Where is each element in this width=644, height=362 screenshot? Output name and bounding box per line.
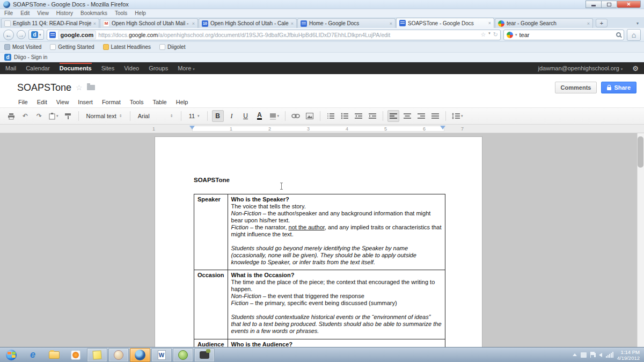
list-all-tabs-icon[interactable]: ▾ <box>632 19 643 28</box>
docs-menu-edit[interactable]: Edit <box>37 99 47 105</box>
bookmark-latest-headlines[interactable]: Latest Headlines <box>103 44 151 50</box>
italic-button[interactable]: I <box>226 110 238 122</box>
document-canvas[interactable]: SOAPSTone Speaker Who is the Speaker? Th… <box>0 133 644 347</box>
docs-menu-help[interactable]: Help <box>176 99 188 105</box>
bookmark-getting-started[interactable]: Getting Started <box>50 44 94 50</box>
menu-view[interactable]: View <box>37 10 49 16</box>
definition-cell[interactable]: Who is the Audience? <box>228 339 445 347</box>
font-family-select[interactable]: Arial⇕ <box>135 110 177 122</box>
menu-edit[interactable]: Edit <box>20 10 30 16</box>
tab-calendar[interactable]: 10 Open High School of Utah - Calendar × <box>199 18 297 28</box>
docs-menu-view[interactable]: View <box>56 99 69 105</box>
volume-icon[interactable] <box>599 353 602 357</box>
bookmark-star-icon[interactable]: ☆ <box>480 31 486 38</box>
align-center-button[interactable] <box>401 110 413 122</box>
googlebar-mail[interactable]: Mail <box>5 63 16 74</box>
maximize-icon[interactable] <box>601 1 617 8</box>
star-icon[interactable]: ☆ <box>76 83 83 92</box>
account-menu[interactable]: jdawman@openhighschool.org ▾ <box>538 65 623 71</box>
show-hidden-icons[interactable] <box>573 353 577 356</box>
numbered-list-icon[interactable] <box>325 110 336 122</box>
taskbar-explorer[interactable] <box>44 348 64 362</box>
tab-close-icon[interactable]: × <box>93 21 96 26</box>
insert-link-icon[interactable] <box>290 110 302 122</box>
docs-menu-insert[interactable]: Insert <box>78 99 93 105</box>
text-color-button[interactable]: A <box>254 110 266 122</box>
site-identity-button[interactable]: google.com <box>58 31 97 39</box>
url-bar[interactable]: google.com https://docs.google.com/a/ope… <box>47 30 501 40</box>
align-left-button[interactable] <box>387 110 399 122</box>
indent-marker-right[interactable] <box>440 126 445 129</box>
doc-body-title[interactable]: SOAPSTone <box>194 177 230 183</box>
taskbar-green-app[interactable] <box>173 348 193 362</box>
align-right-button[interactable] <box>415 110 427 122</box>
docs-menu-file[interactable]: File <box>18 99 28 105</box>
document-title[interactable]: SOAPSTone <box>17 82 71 93</box>
tray-monitor-icon[interactable] <box>581 352 587 358</box>
print-icon[interactable] <box>5 110 17 122</box>
share-button[interactable]: Share <box>601 82 636 93</box>
tab-mail[interactable]: M Open High School of Utah Mail - Dep...… <box>100 18 198 28</box>
menu-help[interactable]: Help <box>135 10 146 16</box>
network-icon[interactable] <box>606 352 613 358</box>
vertical-scrollbar[interactable] <box>637 133 644 347</box>
definition-cell[interactable]: Who is the Speaker? The voice that tells… <box>228 194 445 270</box>
taskbar-media-player[interactable] <box>65 348 86 362</box>
chevron-down-icon[interactable]: ▾ <box>515 33 517 37</box>
definition-cell[interactable]: What is the Occasion? The time and the p… <box>228 270 445 339</box>
taskbar-word[interactable]: W <box>151 348 172 362</box>
justify-button[interactable] <box>429 110 441 122</box>
tab-close-icon[interactable]: × <box>390 21 392 26</box>
scrollbar-thumb[interactable] <box>638 136 643 168</box>
tab-close-icon[interactable]: × <box>192 21 195 26</box>
taskbar-sticky-notes[interactable] <box>87 348 107 362</box>
docs-menu-tools[interactable]: Tools <box>130 99 144 105</box>
menu-bookmarks[interactable]: Bookmarks <box>80 10 107 16</box>
taskbar-internet-explorer[interactable]: e <box>23 348 43 362</box>
taskbar-firefox-active[interactable] <box>130 348 150 362</box>
search-box[interactable]: ▾ <box>503 30 624 40</box>
search-input[interactable] <box>519 32 614 38</box>
diigo-toolbar-button[interactable]: d ▾ <box>28 30 44 40</box>
close-icon[interactable]: ✕ <box>617 1 641 8</box>
insert-image-icon[interactable] <box>304 110 316 122</box>
home-button[interactable]: ⌂ <box>627 29 641 41</box>
bookmark-most-visited[interactable]: Most Visited <box>4 44 41 50</box>
back-button[interactable]: ← <box>3 30 14 40</box>
decrease-indent-icon[interactable] <box>353 110 364 122</box>
term-cell[interactable]: Audience <box>194 339 228 347</box>
chevron-down-icon[interactable]: ▾ <box>488 31 491 38</box>
googlebar-sites[interactable]: Sites <box>101 63 114 74</box>
redo-icon[interactable]: ↷ <box>33 110 45 122</box>
document-page[interactable]: SOAPSTone Speaker Who is the Speaker? Th… <box>155 136 482 347</box>
bookmark-diigolet[interactable]: Diigolet <box>159 44 185 50</box>
googlebar-more[interactable]: More ▾ <box>178 63 195 74</box>
line-spacing-icon[interactable]: ▾ <box>450 110 465 122</box>
bulleted-list-icon[interactable] <box>339 110 350 122</box>
menu-tools[interactable]: Tools <box>115 10 127 16</box>
docs-menu-format[interactable]: Format <box>102 99 121 105</box>
url-text[interactable]: https://docs.google.com/a/openhighschool… <box>98 32 478 38</box>
paragraph-style-select[interactable]: Normal text⇕ <box>83 110 126 122</box>
indent-marker-left[interactable] <box>189 126 195 129</box>
bold-button[interactable]: B <box>212 110 224 122</box>
term-cell[interactable]: Speaker <box>194 194 228 270</box>
soapstone-table[interactable]: Speaker Who is the Speaker? The voice th… <box>194 194 445 347</box>
undo-icon[interactable]: ↶ <box>19 110 31 122</box>
tab-google-search[interactable]: tear - Google Search × <box>495 18 593 28</box>
tab-english11[interactable]: English 11 Q4: READ-Final Project A R...… <box>1 18 99 28</box>
docs-menu-table[interactable]: Table <box>152 99 166 105</box>
gear-icon[interactable]: ⚙ <box>632 64 639 73</box>
googlebar-video[interactable]: Video <box>124 63 139 74</box>
tab-docs-home[interactable]: Home - Google Docs × <box>297 18 396 28</box>
tab-close-icon[interactable]: × <box>587 21 590 26</box>
tab-soapstone-active[interactable]: SOAPSTone - Google Docs × <box>396 18 494 28</box>
reload-icon[interactable]: ↻ <box>493 31 498 38</box>
diigo-signin[interactable]: Diigo - Sign in <box>14 54 47 60</box>
taskbar-camera-app[interactable] <box>194 348 215 362</box>
term-cell[interactable]: Occasion <box>194 270 228 339</box>
taskbar-app[interactable] <box>108 348 129 362</box>
googlebar-calendar[interactable]: Calendar <box>26 63 50 74</box>
search-icon[interactable] <box>616 32 621 37</box>
menu-file[interactable]: File <box>4 10 13 16</box>
